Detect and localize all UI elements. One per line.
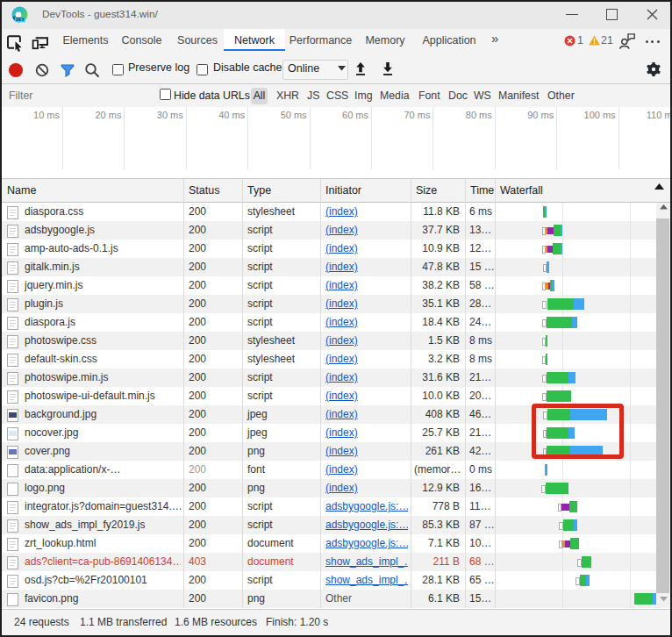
svg-text:DEV: DEV	[16, 18, 25, 22]
